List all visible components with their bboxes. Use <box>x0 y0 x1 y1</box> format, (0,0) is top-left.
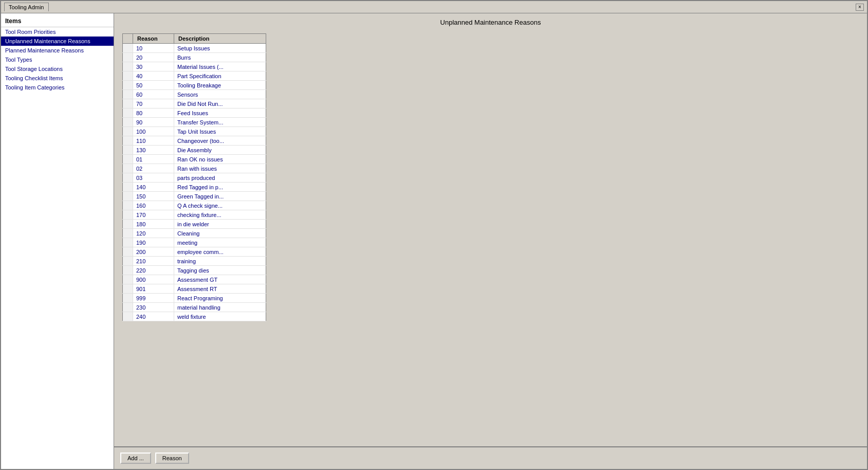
row-reason: 220 <box>133 266 174 275</box>
table-row[interactable]: 170checking fixture... <box>123 210 266 220</box>
table-row[interactable]: 03parts produced <box>123 173 266 183</box>
row-reason: 230 <box>133 303 174 312</box>
row-description: React Programing <box>174 294 266 303</box>
sidebar-item-tool-room-priorities[interactable]: Tool Room Priorities <box>1 27 114 37</box>
table-row[interactable]: 01Ran OK no issues <box>123 155 266 164</box>
row-indicator <box>123 155 133 164</box>
row-reason: 03 <box>133 173 174 183</box>
row-description: Part Specification <box>174 71 266 81</box>
row-reason: 200 <box>133 247 174 257</box>
row-indicator <box>123 127 133 136</box>
table-row[interactable]: 230material handling <box>123 303 266 312</box>
row-reason: 160 <box>133 201 174 210</box>
close-button[interactable]: × <box>856 4 864 11</box>
row-reason: 10 <box>133 44 174 53</box>
row-reason: 180 <box>133 220 174 229</box>
row-indicator <box>123 303 133 312</box>
table-row[interactable]: 60Sensors <box>123 90 266 99</box>
table-row[interactable]: 160Q A check signe... <box>123 201 266 210</box>
row-indicator <box>123 257 133 266</box>
table-row[interactable]: 20Burrs <box>123 53 266 62</box>
sidebar-item-tooling-checklist-items[interactable]: Tooling Checklist Items <box>1 74 114 83</box>
reason-button[interactable]: Reason <box>155 453 189 464</box>
row-description: Assessment RT <box>174 284 266 294</box>
col-description: Description <box>174 34 266 44</box>
row-indicator <box>123 284 133 294</box>
table-row[interactable]: 130Die Assembly <box>123 146 266 155</box>
row-description: Tagging dies <box>174 266 266 275</box>
title-tab[interactable]: Tooling Admin <box>4 3 49 11</box>
row-indicator <box>123 44 133 53</box>
row-indicator <box>123 99 133 109</box>
table-row[interactable]: 190meeting <box>123 238 266 247</box>
row-description: Die Assembly <box>174 146 266 155</box>
right-panel: Unplanned Maintenance Reasons Reason Des… <box>114 13 867 469</box>
title-bar: Tooling Admin × <box>1 1 867 13</box>
table-row[interactable]: 180in die welder <box>123 220 266 229</box>
row-description: checking fixture... <box>174 210 266 220</box>
table-row[interactable]: 110Changeover (too... <box>123 136 266 146</box>
table-row[interactable]: 900Assessment GT <box>123 275 266 284</box>
table-row[interactable]: 02Ran with issues <box>123 164 266 173</box>
row-description: Green Tagged in... <box>174 192 266 201</box>
row-indicator <box>123 136 133 146</box>
table-row[interactable]: 40Part Specification <box>123 71 266 81</box>
sidebar-item-tooling-item-categories[interactable]: Tooling Item Categories <box>1 83 114 92</box>
table-row[interactable]: 30Material Issues (... <box>123 62 266 71</box>
col-reason: Reason <box>133 34 174 44</box>
table-row[interactable]: 120Cleaning <box>123 229 266 238</box>
row-reason: 240 <box>133 312 174 321</box>
table-row[interactable]: 200employee comm... <box>123 247 266 257</box>
row-indicator <box>123 294 133 303</box>
row-indicator <box>123 173 133 183</box>
main-window: Tooling Admin × Items Tool Room Prioriti… <box>0 0 868 470</box>
row-description: Ran OK no issues <box>174 155 266 164</box>
panel-title: Unplanned Maintenance Reasons <box>114 13 867 31</box>
table-row[interactable]: 240weld fixture <box>123 312 266 321</box>
row-indicator <box>123 312 133 321</box>
sidebar-item-unplanned-maintenance-reasons[interactable]: Unplanned Maintenance Reasons <box>1 37 114 46</box>
row-reason: 901 <box>133 284 174 294</box>
row-description: Assessment GT <box>174 275 266 284</box>
row-description: Setup Issues <box>174 44 266 53</box>
data-table: Reason Description 10Setup Issues20Burrs… <box>122 33 266 321</box>
table-row[interactable]: 999React Programing <box>123 294 266 303</box>
row-reason: 900 <box>133 275 174 284</box>
row-description: training <box>174 257 266 266</box>
row-indicator <box>123 192 133 201</box>
sidebar-item-tool-types[interactable]: Tool Types <box>1 55 114 64</box>
table-row[interactable]: 50Tooling Breakage <box>123 81 266 90</box>
row-description: in die welder <box>174 220 266 229</box>
row-reason: 120 <box>133 229 174 238</box>
row-description: Sensors <box>174 90 266 99</box>
row-indicator <box>123 90 133 99</box>
row-indicator <box>123 109 133 118</box>
row-reason: 170 <box>133 210 174 220</box>
row-indicator <box>123 71 133 81</box>
row-description: Ran with issues <box>174 164 266 173</box>
row-indicator <box>123 164 133 173</box>
table-row[interactable]: 140Red Tagged in p... <box>123 183 266 192</box>
table-row[interactable]: 210training <box>123 257 266 266</box>
add-button[interactable]: Add ... <box>120 453 151 464</box>
sidebar-item-tool-storage-locations[interactable]: Tool Storage Locations <box>1 64 114 74</box>
row-reason: 70 <box>133 99 174 109</box>
table-row[interactable]: 90Transfer System... <box>123 118 266 127</box>
table-row[interactable]: 80Feed Issues <box>123 109 266 118</box>
table-row[interactable]: 100Tap Unit Issues <box>123 127 266 136</box>
row-reason: 150 <box>133 192 174 201</box>
row-indicator <box>123 266 133 275</box>
row-indicator <box>123 118 133 127</box>
table-row[interactable]: 220Tagging dies <box>123 266 266 275</box>
table-row[interactable]: 70Die Did Not Run... <box>123 99 266 109</box>
table-row[interactable]: 901Assessment RT <box>123 284 266 294</box>
row-indicator <box>123 81 133 90</box>
sidebar-item-planned-maintenance-reasons[interactable]: Planned Maintenance Reasons <box>1 46 114 55</box>
row-reason: 01 <box>133 155 174 164</box>
table-row[interactable]: 150Green Tagged in... <box>123 192 266 201</box>
row-description: Changeover (too... <box>174 136 266 146</box>
table-row[interactable]: 10Setup Issues <box>123 44 266 53</box>
row-description: Q A check signe... <box>174 201 266 210</box>
row-reason: 40 <box>133 71 174 81</box>
col-indicator <box>123 34 133 44</box>
